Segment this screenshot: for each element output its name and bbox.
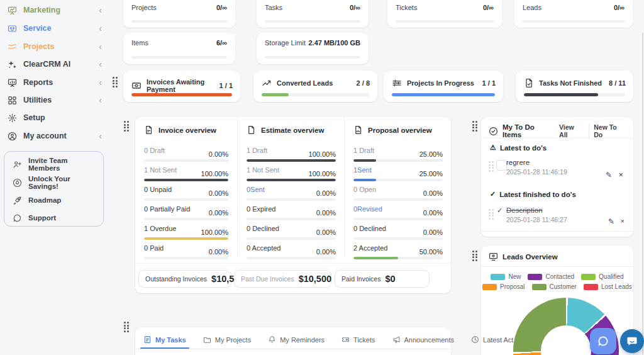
- invoice-overview-title: Invoice overview: [158, 127, 216, 134]
- sidebar-item-reports[interactable]: Reports ‹: [8, 76, 102, 89]
- legend-item: Customer: [532, 283, 577, 290]
- new-to-do-link[interactable]: New To Do: [594, 123, 627, 138]
- check-icon: ✓: [490, 190, 496, 198]
- proposal-row-open: 0 Open0.00%: [353, 185, 443, 205]
- warning-icon: ⚠: [490, 144, 496, 152]
- sidebar-item-utilities[interactable]: Utilities ‹: [8, 93, 102, 107]
- chat-widget-button[interactable]: [590, 328, 616, 354]
- user-circle-icon: [8, 132, 17, 141]
- rocket-icon: [13, 196, 22, 205]
- invoices-awaiting-progress-bar: [131, 93, 232, 96]
- invoice-document-icon: [144, 125, 153, 135]
- kpi-card-invoices-awaiting-payment: Invoices Awaiting Payment 1 / 1: [123, 70, 240, 102]
- tab-bar: My Tasks My Projects My Reminders Ticket…: [143, 331, 513, 348]
- past-due-invoices-pill: Past Due Invoices $10,500: [234, 270, 331, 288]
- latest-finished-todos-heading: ✓ Latest finished to do's: [490, 190, 576, 198]
- bottom-tabs-panel: My Tasks My Projects My Reminders Ticket…: [135, 327, 451, 355]
- edit-icon[interactable]: ✎: [608, 218, 614, 225]
- projects-progress-bar: [131, 20, 227, 23]
- panel-divider: [481, 231, 633, 232]
- user-plus-icon: [13, 160, 22, 169]
- tasks-clipboard-icon: [143, 335, 152, 344]
- proposal-row-accepted: 2 Accepted50.00%: [353, 244, 443, 263]
- drag-handle-icon[interactable]: [489, 161, 494, 172]
- chevron-left-icon: ‹: [99, 78, 102, 87]
- estimate-row-declined: 0 Declined0.00%: [247, 224, 336, 244]
- vertical-scrollbar[interactable]: [642, 33, 643, 355]
- estimate-overview-column: Estimate overview 1 Draft100.00% 1 Not S…: [237, 117, 345, 257]
- legend-swatch: [581, 274, 596, 280]
- drag-handle-icon[interactable]: [472, 121, 477, 132]
- legend-swatch: [584, 284, 598, 290]
- drag-handle-icon[interactable]: [124, 121, 129, 132]
- gear-icon: [8, 113, 17, 123]
- sidebar-item-label: My account: [23, 132, 67, 140]
- sidebar-item-setup[interactable]: Setup: [8, 111, 102, 125]
- unlock-savings-link[interactable]: Unlock Your Savings!: [13, 176, 98, 189]
- ticket-icon: [341, 335, 350, 344]
- invoice-row-not-sent: 1 Not Sent100.00%: [144, 166, 228, 185]
- drag-handle-icon[interactable]: [489, 209, 494, 220]
- tab-my-projects[interactable]: My Projects: [203, 331, 251, 348]
- view-all-link[interactable]: View All: [559, 123, 589, 138]
- tab-my-reminders[interactable]: My Reminders: [268, 331, 325, 348]
- sidebar-item-projects[interactable]: Projects ‹: [8, 40, 102, 54]
- marketing-presentation-icon: [8, 6, 17, 15]
- sidebar-item-clearcrm-ai[interactable]: ClearCRM AI ‹: [8, 57, 102, 71]
- proposal-row-revised: 0Revised0.00%: [353, 205, 443, 224]
- invite-team-members-link[interactable]: Invite Team Members: [13, 157, 98, 171]
- proposal-row-declined: 0 Declined0.00%: [353, 224, 443, 244]
- tickets-progress-bar: [396, 20, 494, 23]
- legend-item: New: [491, 273, 521, 280]
- todo-item-title: Description: [506, 206, 567, 214]
- crm-dashboard: Marketing ‹ Service ‹ Projects ‹ ClearCR…: [0, 0, 644, 355]
- sidebar-item-label: Projects: [23, 42, 54, 51]
- latest-todos-heading: ⚠ Latest to do's: [490, 144, 547, 152]
- proposal-row-sent: 1Sent25.00%: [353, 166, 443, 185]
- sidebar-item-marketing[interactable]: Marketing ‹: [8, 3, 102, 17]
- leads-chart-legend: New Contacted Qualified Proposal Custome…: [481, 273, 633, 290]
- legend-swatch: [532, 284, 547, 290]
- drag-handle-icon[interactable]: [472, 251, 477, 261]
- panel-divider: [135, 263, 451, 264]
- document-check-icon: [524, 78, 534, 88]
- tab-tickets[interactable]: Tickets: [341, 331, 375, 348]
- leads-overview-title: Leads Overview: [502, 253, 558, 261]
- estimate-overview-title: Estimate overview: [261, 127, 324, 134]
- tab-announcements[interactable]: Announcements: [392, 331, 455, 348]
- proposal-row-draft: 1 Draft25.00%: [353, 146, 443, 166]
- sidebar-item-my-account[interactable]: My account ‹: [8, 129, 102, 143]
- roadmap-link[interactable]: Roadmap: [13, 193, 98, 207]
- leads-screen-icon: [489, 252, 498, 261]
- edit-icon[interactable]: ✎: [606, 171, 612, 179]
- reports-chart-icon: [8, 78, 17, 87]
- sidebar-item-label: Service: [23, 24, 51, 33]
- estimate-row-sent: 0Sent0.00%: [247, 185, 336, 205]
- invoice-row-partially-paid: 0 Partially Paid0.00%: [144, 205, 228, 224]
- tab-latest-activity[interactable]: Latest Act: [471, 331, 513, 348]
- stat-card-tasks: Tasks0/∞: [257, 0, 369, 28]
- drag-handle-icon[interactable]: [124, 322, 129, 332]
- kpi-card-tasks-not-finished: Tasks Not Finished 8 / 11: [516, 70, 633, 102]
- legend-swatch: [482, 284, 497, 290]
- tab-my-tasks[interactable]: My Tasks: [143, 331, 186, 348]
- stat-card-projects: Projects0/∞: [123, 0, 235, 28]
- outstanding-invoices-pill: Outstanding Invoices $10,500: [138, 270, 231, 288]
- tasks-progress-bar: [265, 20, 360, 23]
- ai-sparkles-icon: [8, 60, 17, 69]
- support-link[interactable]: Support: [13, 211, 98, 225]
- messenger-widget-button[interactable]: [620, 329, 644, 353]
- bell-icon: [268, 335, 276, 344]
- flame-badge-icon: [13, 178, 22, 188]
- panel-divider: [481, 266, 633, 267]
- todo-checkbox[interactable]: [496, 160, 507, 171]
- sidebar-item-service[interactable]: Service ‹: [8, 21, 102, 35]
- sidebar-item-label: Reports: [23, 78, 53, 87]
- close-icon[interactable]: ×: [621, 218, 625, 225]
- drag-handle-icon[interactable]: [113, 77, 118, 87]
- sliders-icon: [392, 78, 402, 88]
- close-icon[interactable]: ×: [618, 171, 623, 179]
- chevron-left-icon: ‹: [99, 132, 102, 140]
- estimate-document-icon: [247, 125, 256, 135]
- sidebar-item-label: ClearCRM AI: [23, 60, 70, 69]
